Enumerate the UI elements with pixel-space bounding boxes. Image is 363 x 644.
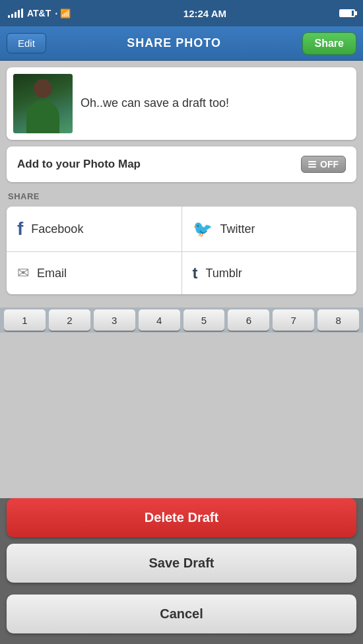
key-6[interactable]: 6	[228, 309, 269, 331]
nav-bar: Edit SHARE PHOTO Share	[0, 26, 363, 61]
share-button[interactable]: Share	[302, 32, 356, 55]
cancel-button[interactable]: Cancel	[7, 595, 356, 633]
status-right	[339, 9, 355, 17]
toggle-line-1	[308, 161, 316, 162]
signal-bars-icon	[8, 9, 23, 18]
twitter-label: Twitter	[220, 222, 255, 236]
twitter-icon: 🐦	[193, 220, 213, 238]
email-label: Email	[37, 267, 67, 280]
keyboard-partial: 1 2 3 4 5 6 7 8	[0, 307, 363, 333]
photo-map-toggle[interactable]: OFF	[301, 156, 346, 173]
photo-map-card: Add to your Photo Map OFF	[7, 146, 356, 182]
signal-bar-4	[18, 10, 20, 18]
photo-person	[13, 74, 73, 133]
facebook-share-item[interactable]: f Facebook	[7, 207, 182, 251]
wifi-icon: ⋅ 📶	[55, 9, 71, 18]
key-5[interactable]: 5	[183, 309, 225, 331]
main-content: Oh..we can save a draft too! Add to your…	[0, 61, 363, 307]
action-sheet: Delete Draft Save Draft Cancel	[0, 498, 363, 644]
nav-title: SHARE PHOTO	[127, 36, 221, 50]
share-row-bottom: ✉ Email t Tumblr	[7, 252, 356, 294]
action-sheet-inner: Delete Draft Save Draft Cancel	[0, 498, 363, 644]
key-4[interactable]: 4	[139, 309, 180, 331]
signal-bar-1	[8, 15, 10, 18]
share-section-label: SHARE	[7, 191, 356, 201]
battery-fill	[341, 11, 352, 16]
tumblr-share-item[interactable]: t Tumblr	[182, 252, 357, 294]
key-1[interactable]: 1	[4, 309, 46, 331]
photo-map-label: Add to your Photo Map	[17, 158, 141, 171]
tumblr-label: Tumblr	[206, 267, 242, 280]
carrier-label: AT&T	[27, 8, 51, 18]
tumblr-icon: t	[193, 264, 198, 282]
save-draft-button[interactable]: Save Draft	[7, 544, 356, 583]
email-share-item[interactable]: ✉ Email	[7, 252, 182, 294]
signal-bar-3	[15, 12, 16, 18]
signal-bar-5	[21, 9, 23, 18]
toggle-lines-icon	[308, 161, 316, 168]
facebook-icon: f	[17, 218, 23, 240]
twitter-share-item[interactable]: 🐦 Twitter	[182, 207, 357, 251]
email-icon: ✉	[17, 265, 29, 282]
edit-button[interactable]: Edit	[7, 33, 46, 53]
photo-caption: Oh..we can save a draft too!	[81, 96, 229, 111]
toggle-off-label: OFF	[320, 159, 339, 170]
signal-bar-2	[11, 14, 13, 18]
key-7[interactable]: 7	[273, 309, 314, 331]
share-row-top: f Facebook 🐦 Twitter	[7, 207, 356, 252]
key-3[interactable]: 3	[94, 309, 135, 331]
share-grid: f Facebook 🐦 Twitter ✉ Email t Tumblr	[7, 207, 356, 294]
key-8[interactable]: 8	[317, 309, 359, 331]
toggle-line-3	[308, 166, 316, 168]
battery-icon	[339, 9, 355, 17]
key-2[interactable]: 2	[49, 309, 90, 331]
toggle-line-2	[308, 164, 316, 165]
status-left: AT&T ⋅ 📶	[8, 8, 71, 18]
toggle-off-indicator[interactable]: OFF	[301, 156, 346, 173]
photo-preview-card: Oh..we can save a draft too!	[7, 67, 356, 140]
delete-draft-button[interactable]: Delete Draft	[7, 498, 356, 537]
action-spacer	[7, 589, 356, 595]
photo-thumbnail	[13, 74, 73, 133]
status-bar: AT&T ⋅ 📶 12:24 AM	[0, 0, 363, 26]
status-time: 12:24 AM	[183, 8, 226, 19]
facebook-label: Facebook	[31, 222, 83, 236]
